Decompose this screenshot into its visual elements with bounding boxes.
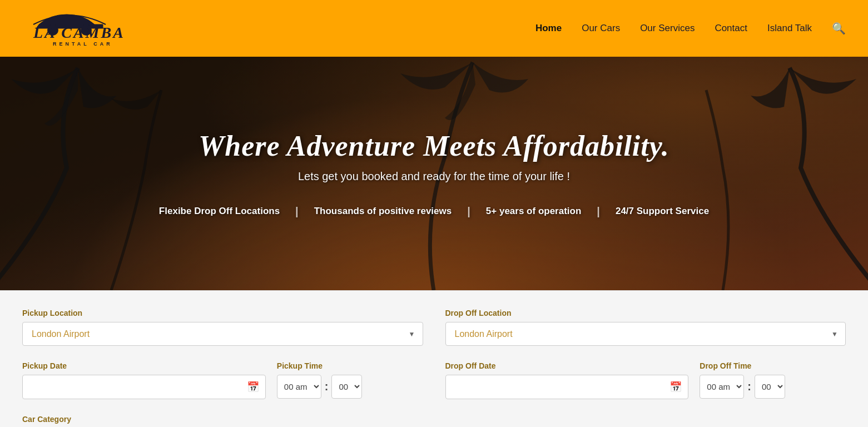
dropoff-time-inputs: 00 am 01 am 02 am : 00 15 30 45: [700, 375, 846, 399]
booking-section: Pickup Location London Airport City Cent…: [0, 290, 868, 427]
pickup-location-select[interactable]: London Airport City Center Train Station: [22, 322, 423, 346]
dropoff-hour-select[interactable]: 00 am 01 am 02 am: [700, 375, 744, 399]
car-category-row: Car Category Any Economy SUV Luxury Van: [22, 415, 846, 427]
nav-our-cars[interactable]: Our Cars: [582, 23, 620, 34]
pickup-time-group: Pickup Time 00 am 01 am 02 am : 00 15 30…: [277, 361, 423, 399]
dropoff-location-wrapper: London Airport City Center Train Station: [445, 322, 846, 346]
logo: LA CAMBA RENTAL CAR: [22, 9, 133, 48]
datetime-row: Pickup Date 📅 Pickup Time 00 am 01 am 02…: [22, 361, 846, 399]
dropoff-date-label: Drop Off Date: [445, 361, 689, 370]
feature-reviews: Thousands of positive reviews: [314, 206, 452, 217]
location-row: Pickup Location London Airport City Cent…: [22, 309, 846, 346]
separator-3: |: [597, 205, 600, 218]
pickup-minute-select[interactable]: 00 15 30 45: [331, 375, 362, 399]
pickup-datetime-group: Pickup Date 📅 Pickup Time 00 am 01 am 02…: [22, 361, 423, 399]
svg-text:LA CAMBA: LA CAMBA: [33, 24, 125, 41]
hero-content: Where Adventure Meets Affordability. Let…: [137, 130, 731, 218]
main-nav: Home Our Cars Our Services Contact Islan…: [535, 22, 846, 35]
pickup-location-wrapper: London Airport City Center Train Station: [22, 322, 423, 346]
search-icon-button[interactable]: 🔍: [832, 22, 846, 35]
nav-contact[interactable]: Contact: [715, 23, 747, 34]
logo-svg: LA CAMBA RENTAL CAR: [22, 9, 133, 48]
dropoff-time-label: Drop Off Time: [700, 361, 846, 370]
svg-text:RENTAL CAR: RENTAL CAR: [53, 41, 113, 47]
nav-island-talk[interactable]: Island Talk: [767, 23, 812, 34]
pickup-time-inputs: 00 am 01 am 02 am : 00 15 30 45: [277, 375, 423, 399]
separator-1: |: [295, 205, 299, 218]
nav-our-services[interactable]: Our Services: [640, 23, 695, 34]
header: LA CAMBA RENTAL CAR Home Our Cars Our Se…: [0, 0, 868, 57]
dropoff-datetime-group: Drop Off Date 📅 Drop Off Time 00 am 01 a…: [445, 361, 846, 399]
pickup-time-label: Pickup Time: [277, 361, 423, 370]
search-icon: 🔍: [832, 22, 846, 34]
hero-subtitle: Lets get you booked and ready for the ti…: [159, 170, 709, 183]
pickup-location-group: Pickup Location London Airport City Cent…: [22, 309, 423, 346]
car-category-label: Car Category: [22, 415, 846, 424]
dropoff-time-group: Drop Off Time 00 am 01 am 02 am : 00 15 …: [700, 361, 846, 399]
dropoff-time-colon: :: [747, 380, 751, 393]
pickup-time-colon: :: [325, 380, 329, 393]
feature-years: 5+ years of operation: [486, 206, 581, 217]
pickup-date-input[interactable]: [22, 375, 266, 399]
pickup-location-label: Pickup Location: [22, 309, 423, 317]
dropoff-date-wrapper: 📅: [445, 375, 689, 399]
pickup-hour-select[interactable]: 00 am 01 am 02 am: [277, 375, 321, 399]
dropoff-location-label: Drop Off Location: [445, 309, 846, 317]
hero-features: Flexibe Drop Off Locations | Thousands o…: [159, 205, 709, 218]
pickup-date-wrapper: 📅: [22, 375, 266, 399]
dropoff-date-group: Drop Off Date 📅: [445, 361, 689, 399]
nav-home[interactable]: Home: [535, 23, 562, 34]
dropoff-date-input[interactable]: [445, 375, 689, 399]
separator-2: |: [467, 205, 470, 218]
dropoff-location-group: Drop Off Location London Airport City Ce…: [445, 309, 846, 346]
pickup-date-label: Pickup Date: [22, 361, 266, 370]
pickup-date-group: Pickup Date 📅: [22, 361, 266, 399]
dropoff-location-select[interactable]: London Airport City Center Train Station: [445, 322, 846, 346]
feature-drop-off: Flexibe Drop Off Locations: [159, 206, 280, 217]
feature-support: 24/7 Support Service: [616, 206, 709, 217]
dropoff-minute-select[interactable]: 00 15 30 45: [755, 375, 785, 399]
hero-section: Where Adventure Meets Affordability. Let…: [0, 57, 868, 290]
hero-title: Where Adventure Meets Affordability.: [159, 130, 709, 162]
car-category-group: Car Category Any Economy SUV Luxury Van: [22, 415, 846, 427]
